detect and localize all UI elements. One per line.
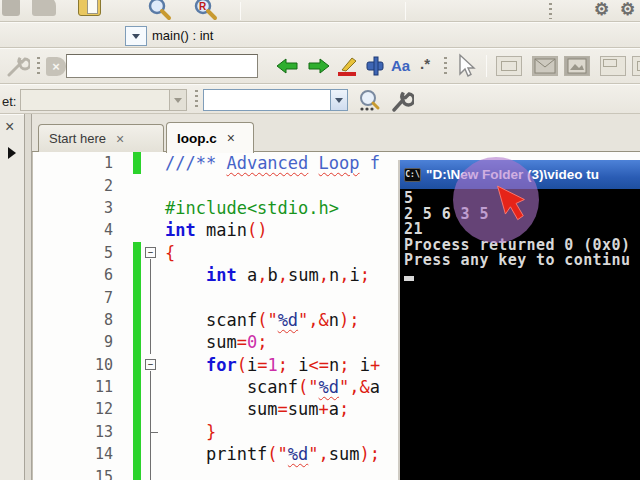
bookmark-margin: [117, 152, 133, 174]
console-icon: C:\: [404, 168, 421, 182]
fold-margin[interactable]: [141, 197, 163, 219]
console-title-bar[interactable]: C:\ "D:\New Folder (3)\video tu: [400, 160, 640, 189]
find-icon[interactable]: [146, 0, 172, 21]
replace-icon[interactable]: R: [192, 0, 218, 21]
clear-search-icon[interactable]: ×: [46, 57, 66, 76]
copy-icon[interactable]: [32, 0, 56, 16]
bookmark-margin: [117, 443, 133, 465]
changed-line-marker: [133, 331, 141, 353]
changed-line-marker: [133, 286, 141, 308]
fold-margin[interactable]: [141, 376, 163, 398]
wrench-icon[interactable]: [4, 54, 30, 80]
toolbar-separator: [486, 55, 487, 77]
toolbar-separator: [405, 2, 406, 20]
changed-line-marker: [133, 354, 141, 376]
console-line: Press any key to continu: [404, 253, 640, 269]
line-number: 13: [33, 423, 117, 441]
search-toolbar: × Aa .*: [0, 48, 640, 84]
toolbar-gripper[interactable]: [37, 57, 40, 77]
goto-symbol-icon[interactable]: [356, 88, 382, 114]
pointer-tool-icon[interactable]: [452, 53, 478, 83]
symbols-toolbar: main() : int: [0, 22, 640, 48]
build-icon[interactable]: ⚙: [594, 0, 609, 20]
code-text: scanf("%d",&a: [163, 376, 380, 398]
build-target-label: et:: [2, 94, 16, 109]
code-text: #include<stdio.h>: [163, 197, 339, 219]
regex-icon[interactable]: .*: [420, 55, 430, 72]
bookmark-margin: [117, 421, 133, 443]
fold-margin[interactable]: [141, 174, 163, 196]
fold-margin[interactable]: [141, 309, 163, 331]
prev-result-icon[interactable]: [276, 56, 300, 80]
incremental-search-input[interactable]: [66, 54, 258, 78]
bookmark-margin: [117, 286, 133, 308]
tab-start-here[interactable]: Start here ×: [38, 124, 164, 152]
code-text: sum=0;: [163, 331, 267, 353]
fold-margin[interactable]: [141, 421, 163, 443]
tab-label: Start here: [49, 131, 106, 146]
console-window[interactable]: C:\ "D:\New Folder (3)\video tu 52 5 6 3…: [398, 160, 640, 480]
fold-margin[interactable]: [141, 331, 163, 353]
code-text: printf("%d",sum);: [163, 443, 380, 465]
svg-text:R: R: [199, 1, 207, 12]
console-caret: [404, 276, 414, 281]
match-case-icon[interactable]: Aa: [391, 57, 410, 74]
line-number: 14: [33, 445, 117, 463]
bookmark-margin: [117, 376, 133, 398]
changed-line-marker: [133, 309, 141, 331]
panel-splitter[interactable]: [24, 114, 32, 480]
code-text: scanf("%d",&n);: [163, 309, 360, 331]
tab-loop-c[interactable]: loop.c ×: [166, 122, 254, 153]
dialog-widget-icon: [532, 56, 558, 76]
fold-margin[interactable]: [141, 465, 163, 480]
cut-icon[interactable]: [2, 0, 20, 16]
close-tab-icon[interactable]: ×: [227, 132, 235, 144]
toolbar-separator: [240, 2, 241, 20]
bookmark-margin: [117, 264, 133, 286]
fold-margin[interactable]: −: [141, 354, 163, 376]
changed-line-marker: [133, 376, 141, 398]
bookmark-margin: [117, 219, 133, 241]
build-and-run-icon[interactable]: ⚙: [620, 0, 635, 20]
expand-panel-icon[interactable]: [8, 147, 16, 159]
line-number: 3: [33, 199, 117, 217]
line-number: 7: [33, 289, 117, 307]
fold-margin[interactable]: [141, 443, 163, 465]
toolbar-gripper[interactable]: [549, 3, 552, 19]
tools-wrench-icon[interactable]: [388, 88, 414, 114]
line-number: 1: [33, 154, 117, 172]
fold-margin[interactable]: [141, 398, 163, 420]
toolbar-gripper[interactable]: [444, 57, 447, 77]
symbol-search-combo[interactable]: [203, 89, 348, 111]
image-widget-icon: [564, 56, 590, 76]
management-panel-strip: ×: [0, 114, 24, 480]
line-number: 15: [33, 468, 117, 480]
code-text: sum=sum+a;: [163, 398, 349, 420]
fold-margin[interactable]: [141, 152, 163, 174]
line-number: 12: [33, 400, 117, 418]
bookmark-margin: [117, 398, 133, 420]
notebook-widget-icon: [632, 56, 640, 76]
fold-margin[interactable]: −: [141, 242, 163, 264]
bookmark-margin: [117, 309, 133, 331]
changed-line-marker: [133, 152, 141, 174]
paste-icon[interactable]: [78, 0, 101, 16]
console-output: 52 5 6 3 521Process returned 0 (0x0)Pres…: [400, 189, 640, 281]
fold-margin[interactable]: [141, 264, 163, 286]
code-text: int a,b,sum,n,i;: [163, 264, 370, 286]
bookmark-margin: [117, 465, 133, 480]
scope-dropdown-button[interactable]: [125, 26, 147, 46]
tab-label: loop.c: [177, 131, 217, 146]
close-tab-icon[interactable]: ×: [116, 133, 124, 145]
fold-margin[interactable]: [141, 286, 163, 308]
fold-margin[interactable]: [141, 219, 163, 241]
next-result-icon[interactable]: [306, 56, 330, 80]
scope-clamp-icon[interactable]: [364, 54, 388, 82]
highlight-marker-icon[interactable]: [336, 54, 360, 82]
close-panel-icon[interactable]: ×: [5, 119, 14, 135]
function-signature: main() : int: [152, 28, 213, 43]
bookmark-margin: [117, 242, 133, 264]
line-number: 10: [33, 356, 117, 374]
toolbar-gripper[interactable]: [195, 90, 198, 110]
line-number: 2: [33, 177, 117, 195]
